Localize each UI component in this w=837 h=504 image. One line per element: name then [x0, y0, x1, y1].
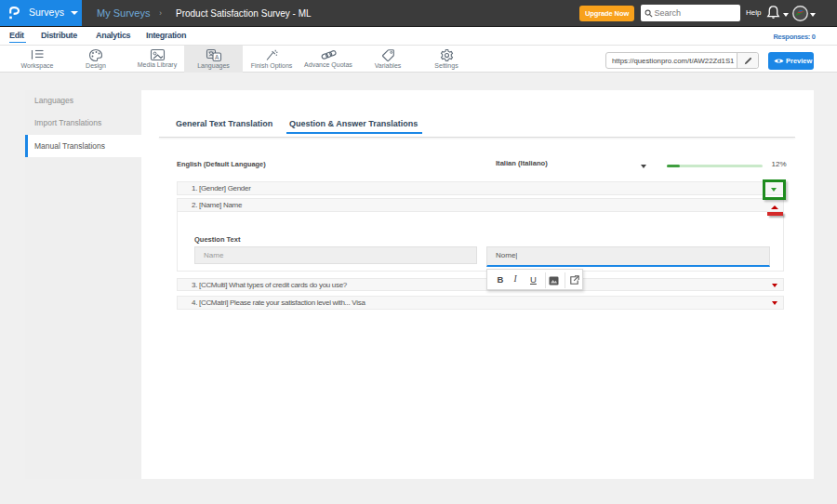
svg-text:A: A: [215, 54, 219, 60]
